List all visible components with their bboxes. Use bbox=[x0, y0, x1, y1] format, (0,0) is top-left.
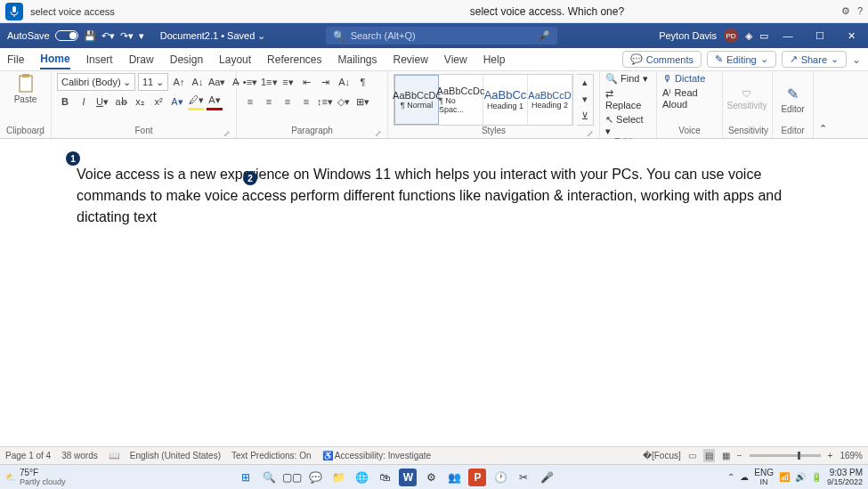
style-heading2[interactable]: AaBbCcDHeading 2 bbox=[528, 75, 572, 125]
clock-icon[interactable]: 🕐 bbox=[491, 469, 509, 486]
tab-view[interactable]: View bbox=[444, 53, 467, 66]
text-predictions[interactable]: Text Predictions: On bbox=[231, 451, 311, 460]
zoom-out-icon[interactable]: − bbox=[737, 451, 742, 460]
undo-icon[interactable]: ↶▾ bbox=[101, 30, 115, 42]
wifi-icon[interactable]: 📶 bbox=[779, 472, 790, 482]
start-button[interactable]: ⊞ bbox=[237, 469, 255, 486]
replace-button[interactable]: ⇄ Replace bbox=[605, 88, 651, 110]
gear-icon[interactable]: ⚙ bbox=[841, 5, 850, 17]
spellcheck-icon[interactable]: 📖 bbox=[109, 451, 119, 460]
style-nospacing[interactable]: AaBbCcDc¶ No Spac... bbox=[439, 75, 483, 125]
tray-chevron-icon[interactable]: ⌃ bbox=[727, 472, 734, 482]
word-icon[interactable]: W bbox=[399, 469, 417, 486]
tab-home[interactable]: Home bbox=[40, 53, 69, 69]
outdent-icon[interactable]: ⇤ bbox=[299, 73, 315, 91]
tab-review[interactable]: Review bbox=[393, 53, 428, 66]
search-button[interactable]: 🔍 bbox=[260, 469, 278, 486]
snip-icon[interactable]: ✂ bbox=[515, 469, 532, 486]
dictate-button[interactable]: 🎙 Dictate bbox=[662, 73, 705, 84]
tab-insert[interactable]: Insert bbox=[86, 53, 113, 66]
share-button[interactable]: ↗ Share ⌄ bbox=[782, 51, 847, 68]
font-launcher-icon[interactable]: ⤢ bbox=[223, 129, 231, 138]
search-mic-icon[interactable]: 🎤 bbox=[538, 30, 550, 42]
page-indicator[interactable]: Page 1 of 4 bbox=[5, 451, 51, 460]
user-name[interactable]: Peyton Davis bbox=[659, 30, 717, 41]
select-button[interactable]: ↖ Select ▾ bbox=[605, 114, 651, 137]
taskview-icon[interactable]: ▢▢ bbox=[283, 469, 301, 486]
grow-font-icon[interactable]: A↑ bbox=[171, 73, 187, 91]
powerpoint-icon[interactable]: P bbox=[468, 469, 486, 486]
paragraph-launcher-icon[interactable]: ⤢ bbox=[375, 129, 382, 138]
styles-launcher-icon[interactable]: ⤢ bbox=[587, 129, 594, 138]
subscript-button[interactable]: x₂ bbox=[132, 93, 148, 110]
ribbon-options-icon[interactable]: ⌄ bbox=[852, 53, 861, 66]
find-button[interactable]: 🔍 Find ▾ bbox=[605, 73, 648, 85]
clock[interactable]: 9:03 PM9/15/2022 bbox=[827, 468, 863, 486]
volume-icon[interactable]: 🔊 bbox=[795, 472, 806, 482]
edge-icon[interactable]: 🌐 bbox=[353, 469, 370, 486]
collapse-ribbon-icon[interactable]: ⌃ bbox=[819, 123, 827, 134]
sort-icon[interactable]: A↓ bbox=[337, 73, 353, 91]
read-aloud-button[interactable]: A⁾ Read Aloud bbox=[662, 87, 717, 110]
save-icon[interactable]: 💾 bbox=[84, 30, 96, 42]
avatar[interactable]: PD bbox=[724, 29, 738, 43]
justify-icon[interactable]: ≡ bbox=[298, 93, 314, 110]
align-center-icon[interactable]: ≡ bbox=[261, 93, 277, 110]
disambiguation-badge-1[interactable]: 1 bbox=[66, 151, 80, 166]
read-mode-icon[interactable]: ▭ bbox=[688, 451, 696, 460]
redo-icon[interactable]: ↷▾ bbox=[120, 30, 134, 42]
tab-mailings[interactable]: Mailings bbox=[337, 53, 377, 66]
focus-button[interactable]: �[Focus] bbox=[643, 451, 681, 460]
zoom-in-icon[interactable]: + bbox=[828, 451, 833, 460]
multilevel-icon[interactable]: ≡▾ bbox=[280, 73, 296, 91]
bullets-icon[interactable]: •≡▾ bbox=[242, 73, 258, 91]
settings-icon[interactable]: ⚙ bbox=[422, 469, 440, 486]
tab-file[interactable]: File bbox=[7, 53, 24, 66]
tab-layout[interactable]: Layout bbox=[219, 53, 251, 66]
superscript-button[interactable]: x² bbox=[150, 93, 166, 110]
clipboard-launcher-icon[interactable]: ⤢ bbox=[38, 129, 45, 138]
document-name[interactable]: Document2.1 • Saved ⌄ bbox=[151, 30, 275, 42]
qat-more-icon[interactable]: ▾ bbox=[139, 30, 144, 42]
voice-access-app-icon[interactable]: 🎤 bbox=[538, 469, 556, 486]
editor-button[interactable]: ✎Editor bbox=[778, 86, 807, 114]
document-area[interactable]: 1 2 Voice access is a new experience on … bbox=[0, 139, 868, 446]
help-icon[interactable]: ? bbox=[857, 5, 863, 17]
numbering-icon[interactable]: 1≡▾ bbox=[261, 73, 278, 91]
change-case-icon[interactable]: Aa▾ bbox=[208, 73, 225, 91]
language-input[interactable]: ENGIN bbox=[754, 468, 774, 486]
document-body-text[interactable]: Voice access is a new experience on Wind… bbox=[77, 164, 791, 228]
underline-button[interactable]: U▾ bbox=[94, 93, 110, 110]
tab-references[interactable]: References bbox=[267, 53, 321, 66]
font-family-combo[interactable]: Calibri (Body)⌄ bbox=[57, 73, 135, 91]
zoom-slider[interactable] bbox=[750, 454, 821, 457]
styles-down-icon[interactable]: ▾ bbox=[577, 91, 593, 108]
search-box[interactable]: 🔍 Search (Alt+Q) 🎤 bbox=[326, 27, 557, 45]
explorer-icon[interactable]: 📁 bbox=[329, 469, 347, 486]
onedrive-icon[interactable]: ☁ bbox=[740, 472, 749, 482]
comments-button[interactable]: 💬 Comments bbox=[622, 51, 702, 68]
autosave-toggle[interactable] bbox=[55, 30, 78, 41]
highlight-icon[interactable]: 🖊▾ bbox=[188, 93, 204, 110]
tab-design[interactable]: Design bbox=[170, 53, 203, 66]
style-normal[interactable]: AaBbCcDc¶ Normal bbox=[394, 75, 439, 125]
web-layout-icon[interactable]: ▦ bbox=[722, 451, 730, 460]
word-count[interactable]: 38 words bbox=[61, 451, 98, 460]
store-icon[interactable]: 🛍 bbox=[376, 469, 393, 486]
battery-icon[interactable]: 🔋 bbox=[811, 472, 822, 482]
microphone-icon[interactable] bbox=[5, 3, 23, 20]
font-color-icon[interactable]: A▾ bbox=[207, 93, 223, 110]
styles-gallery[interactable]: AaBbCcDc¶ Normal AaBbCcDc¶ No Spac... Aa… bbox=[393, 74, 573, 126]
paste-button[interactable]: Paste bbox=[7, 73, 45, 104]
indent-icon[interactable]: ⇥ bbox=[318, 73, 334, 91]
app-mode-icon[interactable]: ▭ bbox=[759, 30, 768, 42]
italic-button[interactable]: I bbox=[76, 93, 92, 110]
tab-draw[interactable]: Draw bbox=[129, 53, 154, 66]
borders-icon[interactable]: ⊞▾ bbox=[354, 93, 370, 110]
language-indicator[interactable]: English (United States) bbox=[130, 451, 221, 460]
accessibility-indicator[interactable]: ♿ Accessibility: Investigate bbox=[322, 451, 432, 460]
minimize-button[interactable]: ― bbox=[775, 23, 800, 48]
align-left-icon[interactable]: ≡ bbox=[242, 93, 258, 110]
weather-widget[interactable]: ⛅ 75°FPartly cloudy bbox=[5, 468, 66, 486]
align-right-icon[interactable]: ≡ bbox=[280, 93, 296, 110]
